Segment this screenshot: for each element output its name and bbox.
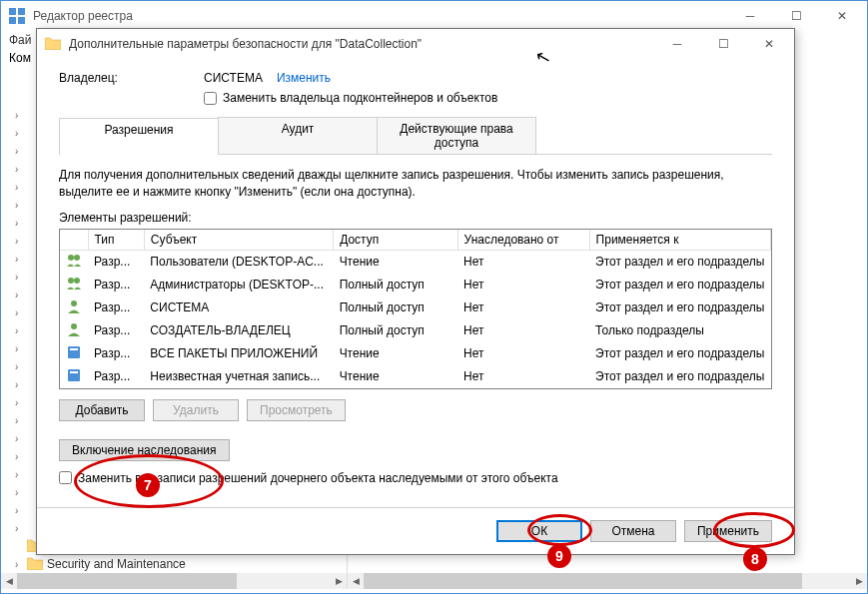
change-owner-link[interactable]: Изменить bbox=[277, 71, 331, 85]
dialog-close-button[interactable]: ✕ bbox=[746, 29, 792, 59]
list-scrollbar-h[interactable]: ◀ ▶ bbox=[348, 573, 867, 589]
view-button: Просмотреть bbox=[247, 399, 346, 421]
cell-applies: Этот раздел и его подразделы bbox=[589, 274, 770, 297]
principal-icon bbox=[60, 250, 88, 274]
dialog-minimize-button[interactable]: ─ bbox=[654, 29, 700, 59]
svg-point-4 bbox=[68, 255, 74, 261]
principal-icon bbox=[60, 365, 88, 388]
cell-subject: Пользователи (DESKTOP-AC... bbox=[144, 250, 333, 274]
scroll-right-icon[interactable]: ▶ bbox=[331, 576, 347, 586]
cell-access: Полный доступ bbox=[334, 297, 457, 319]
tab-effective-access[interactable]: Действующие права доступа bbox=[377, 117, 536, 154]
svg-rect-11 bbox=[70, 348, 78, 350]
permissions-elements-label: Элементы разрешений: bbox=[59, 211, 772, 225]
principal-icon bbox=[60, 319, 88, 342]
table-row[interactable]: Разр...ВСЕ ПАКЕТЫ ПРИЛОЖЕНИЙЧтениеНетЭто… bbox=[60, 342, 771, 365]
table-row[interactable]: Разр...Администраторы (DESKTOP-...Полный… bbox=[60, 274, 771, 297]
svg-point-5 bbox=[74, 255, 80, 261]
owner-value: СИСТЕМА bbox=[204, 71, 263, 85]
cancel-button[interactable]: Отмена bbox=[590, 520, 676, 542]
svg-rect-10 bbox=[68, 346, 80, 358]
cell-type: Разр... bbox=[88, 342, 144, 365]
cell-applies: Этот раздел и его подразделы bbox=[589, 297, 770, 319]
minimize-button[interactable]: ─ bbox=[727, 1, 773, 31]
svg-rect-12 bbox=[68, 369, 80, 381]
replace-owner-checkbox[interactable] bbox=[204, 92, 217, 105]
info-text: Для получения дополнительных сведений дв… bbox=[59, 167, 772, 201]
folder-icon bbox=[45, 36, 61, 52]
cell-type: Разр... bbox=[88, 319, 144, 342]
advanced-security-dialog: Дополнительные параметры безопасности дл… bbox=[36, 28, 795, 555]
cell-applies: Этот раздел и его подразделы bbox=[589, 365, 770, 388]
dialog-button-bar: ОК Отмена Применить bbox=[37, 507, 794, 554]
cell-access: Чтение bbox=[334, 342, 457, 365]
remove-button: Удалить bbox=[153, 399, 239, 421]
principal-icon bbox=[60, 274, 88, 297]
close-button[interactable]: ✕ bbox=[819, 1, 865, 31]
svg-rect-2 bbox=[9, 17, 16, 24]
regedit-titlebar: Редактор реестра ─ ☐ ✕ bbox=[1, 1, 867, 31]
replace-child-checkbox[interactable] bbox=[59, 471, 72, 484]
owner-label: Владелец: bbox=[59, 71, 204, 85]
cell-access: Чтение bbox=[334, 365, 457, 388]
tab-permissions[interactable]: Разрешения bbox=[59, 118, 219, 155]
cell-inherited: Нет bbox=[457, 319, 589, 342]
col-access[interactable]: Доступ bbox=[334, 230, 457, 251]
cell-inherited: Нет bbox=[457, 342, 589, 365]
ok-button[interactable]: ОК bbox=[496, 520, 582, 542]
cell-subject: СОЗДАТЕЛЬ-ВЛАДЕЛЕЦ bbox=[144, 319, 333, 342]
apply-button[interactable]: Применить bbox=[684, 520, 772, 542]
svg-rect-1 bbox=[18, 8, 25, 15]
add-button[interactable]: Добавить bbox=[59, 399, 145, 421]
regedit-title: Редактор реестра bbox=[33, 9, 727, 23]
svg-rect-13 bbox=[70, 371, 78, 373]
col-icon[interactable] bbox=[60, 230, 88, 251]
scroll-left-icon[interactable]: ◀ bbox=[1, 576, 17, 586]
svg-rect-0 bbox=[9, 8, 16, 15]
col-subject[interactable]: Субъект bbox=[144, 230, 333, 251]
col-inherited[interactable]: Унаследовано от bbox=[457, 230, 589, 251]
maximize-button[interactable]: ☐ bbox=[773, 1, 819, 31]
svg-point-9 bbox=[71, 323, 77, 329]
cell-inherited: Нет bbox=[457, 274, 589, 297]
permissions-table[interactable]: Тип Субъект Доступ Унаследовано от Приме… bbox=[59, 229, 772, 389]
cell-inherited: Нет bbox=[457, 297, 589, 319]
scroll-left-icon[interactable]: ◀ bbox=[348, 576, 364, 586]
cell-access: Полный доступ bbox=[334, 274, 457, 297]
principal-icon bbox=[60, 342, 88, 365]
regedit-icon bbox=[9, 8, 25, 24]
dialog-title: Дополнительные параметры безопасности дл… bbox=[69, 37, 654, 51]
table-row[interactable]: Разр...Неизвестная учетная запись...Чтен… bbox=[60, 365, 771, 388]
tree-scrollbar-h[interactable]: ◀ ▶ bbox=[1, 573, 347, 589]
replace-owner-label: Заменить владельца подконтейнеров и объе… bbox=[223, 91, 497, 105]
svg-point-6 bbox=[68, 278, 74, 284]
table-row[interactable]: Разр...СИСТЕМАПолный доступНетЭтот разде… bbox=[60, 297, 771, 319]
menu-file[interactable]: Фай bbox=[9, 33, 32, 47]
address-label: Ком bbox=[9, 51, 31, 65]
cell-subject: ВСЕ ПАКЕТЫ ПРИЛОЖЕНИЙ bbox=[144, 342, 333, 365]
scroll-right-icon[interactable]: ▶ bbox=[851, 576, 867, 586]
cell-subject: Неизвестная учетная запись... bbox=[144, 365, 333, 388]
svg-rect-3 bbox=[18, 17, 25, 24]
cell-type: Разр... bbox=[88, 365, 144, 388]
table-row[interactable]: Разр...СОЗДАТЕЛЬ-ВЛАДЕЛЕЦПолный доступНе… bbox=[60, 319, 771, 342]
cell-type: Разр... bbox=[88, 297, 144, 319]
dialog-maximize-button[interactable]: ☐ bbox=[700, 29, 746, 59]
tree-item[interactable]: ›Security and Maintenance bbox=[1, 555, 347, 573]
replace-child-label: Заменить все записи разрешений дочернего… bbox=[78, 471, 558, 485]
cell-applies: Этот раздел и его подразделы bbox=[589, 342, 770, 365]
cell-type: Разр... bbox=[88, 250, 144, 274]
principal-icon bbox=[60, 297, 88, 319]
cell-subject: СИСТЕМА bbox=[144, 297, 333, 319]
tab-audit[interactable]: Аудит bbox=[218, 117, 378, 154]
col-type[interactable]: Тип bbox=[88, 230, 144, 251]
table-row[interactable]: Разр...Пользователи (DESKTOP-AC...Чтение… bbox=[60, 250, 771, 274]
svg-point-8 bbox=[71, 300, 77, 306]
cell-type: Разр... bbox=[88, 274, 144, 297]
cell-access: Чтение bbox=[334, 250, 457, 274]
col-applies[interactable]: Применяется к bbox=[589, 230, 770, 251]
enable-inheritance-button[interactable]: Включение наследования bbox=[59, 439, 230, 461]
tab-strip: Разрешения Аудит Действующие права досту… bbox=[59, 117, 772, 155]
cell-applies: Только подразделы bbox=[589, 319, 770, 342]
svg-point-7 bbox=[74, 278, 80, 284]
